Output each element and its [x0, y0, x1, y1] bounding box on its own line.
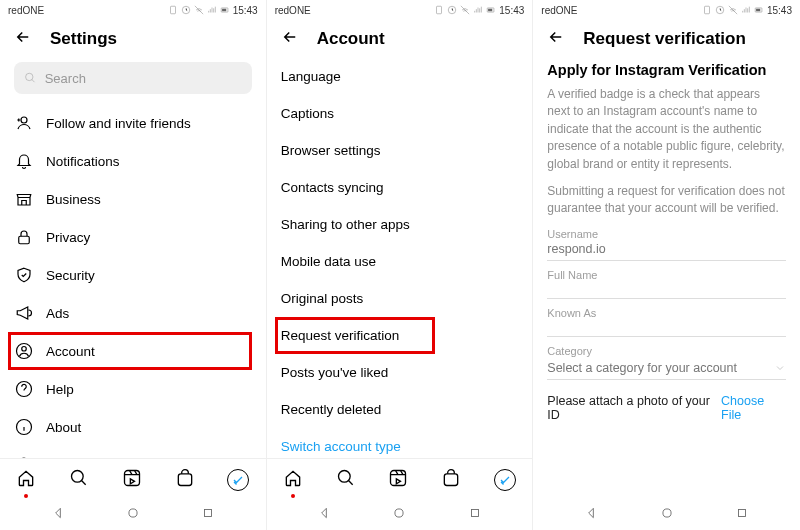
status-bar: redONE 15:43	[533, 0, 800, 18]
menu-follow-invite[interactable]: Follow and invite friends	[14, 104, 252, 142]
nav-recent[interactable]	[201, 506, 215, 524]
nav-back[interactable]	[584, 506, 598, 524]
switch-account-type[interactable]: Switch account type	[281, 428, 519, 458]
back-button[interactable]	[547, 28, 565, 50]
attach-text: Please attach a photo of your ID	[547, 394, 721, 422]
tab-home[interactable]	[283, 468, 303, 492]
nav-home[interactable]	[392, 506, 406, 524]
tab-reels[interactable]	[122, 468, 142, 492]
item-captions[interactable]: Captions	[281, 95, 519, 132]
time-label: 15:43	[767, 5, 792, 16]
svg-point-21	[338, 470, 350, 482]
screen-settings: redONE 15:43 Settings Follow and invite …	[0, 0, 267, 530]
svg-point-15	[129, 509, 137, 517]
category-select[interactable]: Select a category for your account	[547, 357, 786, 380]
item-original-posts[interactable]: Original posts	[281, 280, 519, 317]
screen-account: redONE 15:43 Account Language Captions B…	[267, 0, 534, 530]
android-navbar	[533, 500, 800, 530]
attach-row: Please attach a photo of your ID Choose …	[547, 394, 786, 422]
svg-rect-0	[170, 6, 175, 14]
header: Account	[267, 18, 533, 58]
search-box[interactable]	[14, 62, 252, 94]
time-label: 15:43	[233, 5, 258, 16]
svg-point-5	[21, 117, 27, 123]
menu-theme[interactable]: Theme	[14, 446, 252, 458]
page-title: Request verification	[583, 29, 746, 49]
bell-icon	[14, 151, 34, 171]
item-mobile-data[interactable]: Mobile data use	[281, 243, 519, 280]
bottom-tabs	[0, 458, 266, 500]
svg-rect-17	[437, 6, 442, 14]
description-2: Submitting a request for verification do…	[547, 183, 786, 218]
menu-label: About	[46, 420, 81, 435]
menu-about[interactable]: About	[14, 408, 252, 446]
item-contacts[interactable]: Contacts syncing	[281, 169, 519, 206]
carrier-label: redONE	[541, 5, 577, 16]
item-recently-deleted[interactable]: Recently deleted	[281, 391, 519, 428]
tab-home[interactable]	[16, 468, 36, 492]
menu-account[interactable]: Account	[8, 332, 252, 370]
nav-home[interactable]	[126, 506, 140, 524]
svg-point-30	[663, 509, 671, 517]
menu-privacy[interactable]: Privacy	[14, 218, 252, 256]
category-placeholder: Select a category for your account	[547, 361, 737, 375]
menu-help[interactable]: Help	[14, 370, 252, 408]
item-browser[interactable]: Browser settings	[281, 132, 519, 169]
tab-shop[interactable]	[441, 468, 461, 492]
tab-profile[interactable]	[227, 469, 249, 491]
page-title: Settings	[50, 29, 117, 49]
add-user-icon	[14, 113, 34, 133]
status-icons: 15:43	[168, 5, 258, 16]
menu-label: Privacy	[46, 230, 90, 245]
shield-icon	[14, 265, 34, 285]
status-bar: redONE 15:43	[267, 0, 533, 18]
svg-rect-31	[739, 510, 746, 517]
nav-recent[interactable]	[468, 506, 482, 524]
svg-rect-20	[488, 9, 492, 12]
item-request-verification[interactable]: Request verification	[275, 317, 435, 354]
back-button[interactable]	[14, 28, 32, 50]
nav-back[interactable]	[51, 506, 65, 524]
menu-label: Ads	[46, 306, 69, 321]
tab-search[interactable]	[69, 468, 89, 492]
back-button[interactable]	[281, 28, 299, 50]
field-username[interactable]: Username respond.io	[547, 228, 786, 261]
menu-notifications[interactable]: Notifications	[14, 142, 252, 180]
menu-label: Follow and invite friends	[46, 116, 191, 131]
item-posts-liked[interactable]: Posts you've liked	[281, 354, 519, 391]
search-input[interactable]	[45, 71, 242, 86]
svg-rect-23	[445, 473, 458, 485]
carrier-label: redONE	[275, 5, 311, 16]
section-heading: Apply for Instagram Verification	[547, 62, 786, 78]
item-language[interactable]: Language	[281, 58, 519, 95]
fullname-value	[547, 281, 786, 299]
tab-profile[interactable]	[494, 469, 516, 491]
tab-reels[interactable]	[388, 468, 408, 492]
megaphone-icon	[14, 303, 34, 323]
tab-shop[interactable]	[175, 468, 195, 492]
nav-back[interactable]	[317, 506, 331, 524]
field-fullname[interactable]: Full Name	[547, 269, 786, 299]
nav-home[interactable]	[660, 506, 674, 524]
svg-point-4	[26, 73, 33, 80]
carrier-label: redONE	[8, 5, 44, 16]
menu-business[interactable]: Business	[14, 180, 252, 218]
field-category: Category Select a category for your acco…	[547, 345, 786, 380]
menu-ads[interactable]: Ads	[14, 294, 252, 332]
svg-rect-6	[19, 236, 30, 244]
bottom-tabs	[267, 458, 533, 500]
choose-file-button[interactable]: Choose File	[721, 394, 786, 422]
svg-rect-25	[471, 510, 478, 517]
status-icons: 15:43	[702, 5, 792, 16]
lock-icon	[14, 227, 34, 247]
tab-search[interactable]	[336, 468, 356, 492]
field-knownas[interactable]: Known As	[547, 307, 786, 337]
account-icon	[14, 341, 34, 361]
nav-recent[interactable]	[735, 506, 749, 524]
menu-label: Notifications	[46, 154, 120, 169]
item-sharing[interactable]: Sharing to other apps	[281, 206, 519, 243]
menu-security[interactable]: Security	[14, 256, 252, 294]
svg-point-24	[395, 509, 403, 517]
menu-label: Account	[46, 344, 95, 359]
menu-label: Business	[46, 192, 101, 207]
